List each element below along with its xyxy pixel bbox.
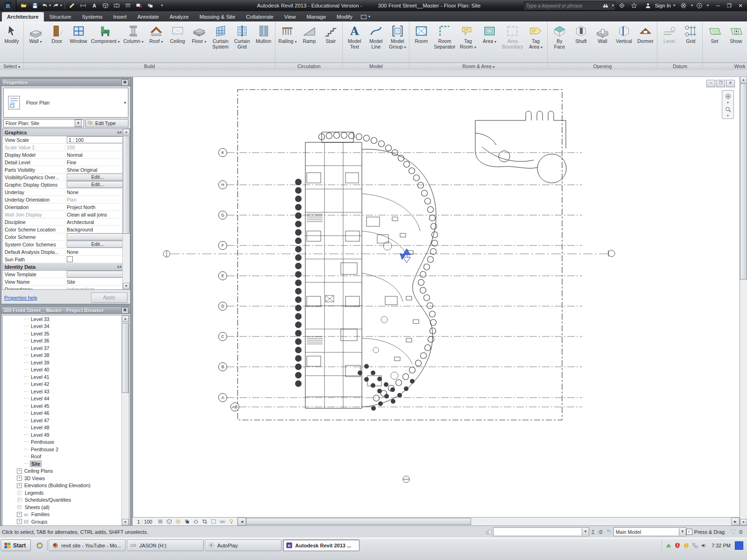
property-row-parts-visibility[interactable]: Parts VisibilityShow Original [3,166,130,174]
security-shield-icon[interactable] [674,542,681,549]
scroll-up-arrow[interactable]: ▲ [123,129,130,135]
scroll-thumb[interactable] [122,323,129,393]
property-group-identity-data[interactable]: Identity Data∧∧ [3,263,130,271]
ribbon-button-component[interactable]: Component ▾ [89,22,121,56]
taskbar-button-autoplay[interactable]: AutoPlay [205,539,282,551]
help-caret[interactable]: ▾ [707,4,709,7]
ribbon-button-set[interactable]: Set [704,22,725,56]
browser-item-level-34[interactable]: Level 34 [3,323,129,330]
scroll-left-arrow[interactable]: ◀ [238,518,246,525]
browser-item-groups[interactable]: +Groups [3,518,129,525]
thinlines-icon[interactable] [122,1,134,10]
browser-item-level-44[interactable]: Level 44 [3,395,129,403]
updates-icon[interactable] [683,542,690,549]
scroll-thumb[interactable] [123,136,130,234]
minimize-button[interactable]: ─ [712,1,724,10]
property-row-color-scheme-location[interactable]: Color Scheme LocationBackground [3,226,130,233]
color-scheme-button[interactable] [67,233,128,240]
tab-modify[interactable]: Modify [331,12,358,21]
view-type-combobox[interactable]: Floor Plan: Site ▾ [3,119,84,127]
property-row-view-scale[interactable]: View Scale1 : 100▾ [3,136,130,144]
property-row-detail-level[interactable]: Detail LevelFine [3,159,130,166]
browser-item-3d-views[interactable]: +3D Views [3,475,129,482]
browser-item-level-43[interactable]: Level 43 [3,388,129,395]
communication-center-icon[interactable] [616,1,627,10]
view-template-button[interactable] [67,271,128,278]
open-icon[interactable] [18,1,29,10]
view-restore-button[interactable]: ❐ [716,80,725,87]
taskbar-button-autodesk-revit-2013[interactable]: RAutodesk Revit 2013 ... [283,539,359,551]
browser-item-level-33[interactable]: Level 33 [3,315,129,323]
panel-label-select[interactable]: Select ▾ [0,63,23,70]
expand-icon[interactable]: + [17,476,22,481]
browser-item-families[interactable]: +Families [3,511,129,518]
project-browser-close-icon[interactable]: ✕ [121,307,128,314]
browser-item-level-38[interactable]: Level 38 [3,352,129,359]
browser-item-level-48[interactable]: Level 48 [3,424,129,432]
browser-item-site[interactable]: Site [3,460,129,468]
sun-path-icon[interactable] [174,518,182,525]
browser-item-level-49[interactable]: Level 49 [3,431,129,439]
ribbon-button-vertical[interactable]: Vertical [613,22,634,56]
browser-item-level-45[interactable]: Level 45 [3,402,129,410]
measure-icon[interactable] [66,1,78,10]
ribbon-button-railing[interactable]: Railing ▾ [276,22,298,56]
undo-icon[interactable]: ▾ [41,1,52,10]
ribbon-button-ramp[interactable]: Ramp [298,22,320,56]
render-icon[interactable] [192,518,200,525]
help-icon[interactable]: ? [694,1,705,10]
expand-icon[interactable]: + [17,519,22,524]
scroll-thumb[interactable] [740,84,747,280]
browser-item-level-37[interactable]: Level 37 [3,344,129,352]
press-drag-control[interactable]: ✓ Press & Drag [686,529,725,535]
property-row-view-template[interactable]: View Template [3,271,130,278]
browser-item-level-40[interactable]: Level 40 [3,366,129,374]
ribbon-button-model-line[interactable]: ModelLine [365,22,387,56]
graphic-display-options-button[interactable]: Edit... [67,181,128,188]
ribbon-button-window[interactable]: Window [68,22,89,56]
steering-wheel-icon[interactable] [723,91,733,101]
tab-insert[interactable]: Insert [108,12,132,21]
detail-level-icon[interactable] [156,518,164,525]
section-icon[interactable] [111,1,122,10]
ribbon-button-grid[interactable]: Grid [680,22,701,56]
properties-close-icon[interactable]: ✕ [121,79,128,86]
browser-item-schedules-quantities[interactable]: Schedules/Quantities [3,497,129,504]
workset-caret[interactable]: ▾ [582,528,589,535]
scroll-right-arrow[interactable]: ▶ [731,518,740,525]
ribbon-button-dormer[interactable]: Dormer [634,22,656,56]
property-row-underlay-orientation[interactable]: Underlay OrientationPlan [3,196,130,203]
edit-type-button[interactable]: Edit Type [85,119,128,127]
language-bar-icon[interactable] [735,541,743,550]
internet-explorer-icon[interactable] [34,541,45,550]
save-icon[interactable] [29,1,41,10]
expand-icon[interactable]: + [17,512,22,517]
browser-item-roof[interactable]: Roof [3,453,129,461]
expand-icon[interactable]: + [17,469,22,474]
property-row-color-scheme[interactable]: Color Scheme [3,233,130,241]
view3d-icon[interactable] [100,1,111,10]
temp-hide-icon[interactable] [218,518,226,525]
property-row-orientation[interactable]: OrientationProject North [3,203,130,211]
ribbon-button-area[interactable]: Area ▾ [479,22,500,56]
ribbon-button-room[interactable]: Room [410,22,432,56]
scroll-thumb[interactable] [246,518,471,525]
editable-only-icon[interactable] [589,528,598,536]
property-row-discipline[interactable]: DisciplineArchitectural [3,218,130,226]
ribbon-button-model-group[interactable]: ModelGroup ▾ [387,22,408,56]
browser-item-level-46[interactable]: Level 46 [3,410,129,417]
browser-item-level-47[interactable]: Level 47 [3,417,129,424]
exchange-apps-icon[interactable] [678,1,689,10]
search-box[interactable]: ▾ [524,1,615,10]
property-row-default-analysis-displa[interactable]: Default Analysis Displa...None [3,248,130,256]
drawing-area[interactable]: KHGFEDCBAAB [133,77,740,517]
ribbon-button-modify[interactable]: Modify [1,22,22,56]
visual-style-icon[interactable] [165,518,173,525]
property-row-visibility-graphics-over[interactable]: Visibility/Graphics Over...Edit... [3,174,130,181]
ribbon-button-curtain-grid[interactable]: CurtainGrid [231,22,253,56]
tab-analyze[interactable]: Analyze [164,12,194,21]
tab-manage[interactable]: Manage [302,12,331,21]
property-row-wall-join-display[interactable]: Wall Join DisplayClean all wall joins [3,211,130,218]
tab-collaborate[interactable]: Collaborate [241,12,279,21]
dimension-icon[interactable] [78,1,89,10]
